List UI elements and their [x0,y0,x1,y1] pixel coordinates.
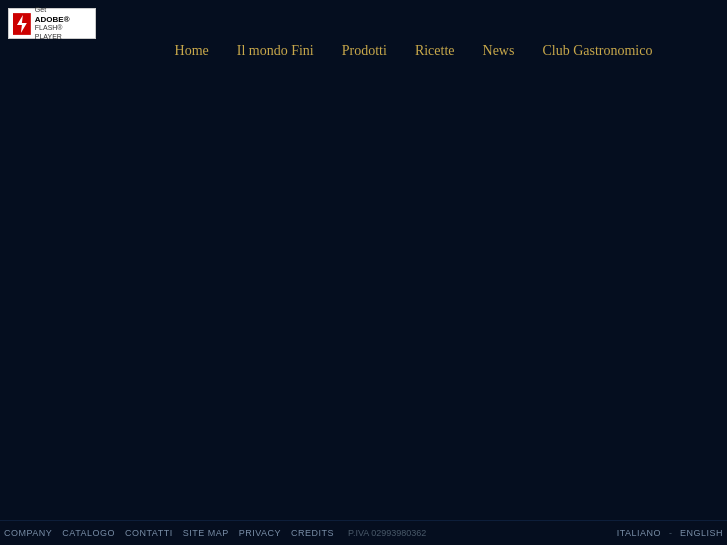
footer-lang-separator: - [669,528,672,538]
footer-right: ITALIANO - ENGLISH [617,528,723,538]
footer-lang-italiano[interactable]: ITALIANO [617,528,661,538]
footer-left: COMPANY CATALOGO CONTATTI SITE MAP PRIVA… [4,528,426,538]
nav-item-mondo-fini[interactable]: Il mondo Fini [237,41,314,59]
nav-link-home[interactable]: Home [175,43,209,58]
footer-link-credits[interactable]: CREDITS [291,528,334,538]
nav-link-mondo-fini[interactable]: Il mondo Fini [237,43,314,58]
nav-item-prodotti[interactable]: Prodotti [342,41,387,59]
footer-link-catalogo[interactable]: CATALOGO [62,528,115,538]
footer-lang-english[interactable]: ENGLISH [680,528,723,538]
footer-vat: P.IVA 02993980362 [348,528,426,538]
footer-link-sitemap[interactable]: SITE MAP [183,528,229,538]
main-nav: Home Il mondo Fini Prodotti Ricette News… [0,0,727,100]
footer: COMPANY CATALOGO CONTATTI SITE MAP PRIVA… [0,520,727,545]
nav-link-prodotti[interactable]: Prodotti [342,43,387,58]
nav-list: Home Il mondo Fini Prodotti Ricette News… [175,41,653,59]
nav-item-home[interactable]: Home [175,41,209,59]
nav-link-ricette[interactable]: Ricette [415,43,455,58]
main-content [0,100,727,520]
footer-link-contatti[interactable]: CONTATTI [125,528,173,538]
nav-item-ricette[interactable]: Ricette [415,41,455,59]
nav-link-club[interactable]: Club Gastronomico [542,43,652,58]
footer-link-company[interactable]: COMPANY [4,528,52,538]
nav-link-news[interactable]: News [483,43,515,58]
footer-link-privacy[interactable]: PRIVACY [239,528,281,538]
nav-item-club[interactable]: Club Gastronomico [542,41,652,59]
nav-item-news[interactable]: News [483,41,515,59]
